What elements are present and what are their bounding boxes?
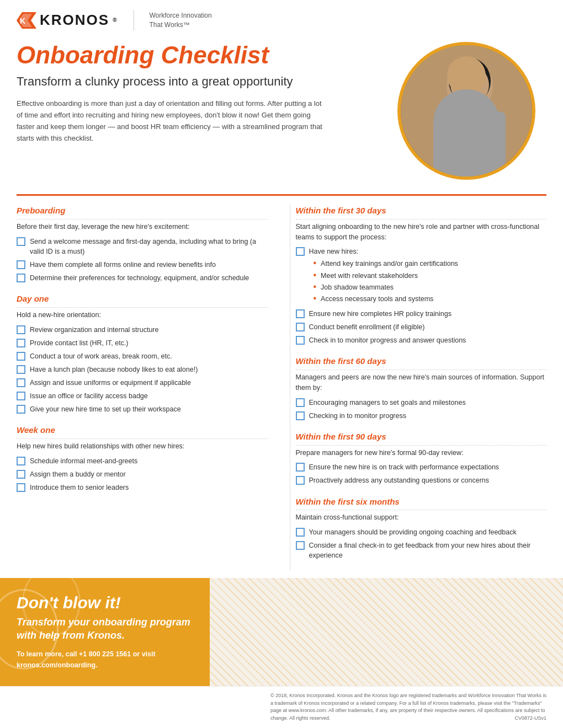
person-svg: [401, 45, 532, 176]
list-item: Provide contact list (HR, IT, etc.): [17, 338, 268, 348]
logo-area: K KRONOS® Workforce Innovation That Work…: [17, 10, 212, 31]
list-item: Encouraging managers to set goals and mi…: [296, 398, 547, 408]
checkbox[interactable]: [17, 457, 25, 465]
section-first-six-months: Within the first six months Maintain cro…: [296, 496, 547, 561]
sub-bullet-list: •Attend key trainings and/or gain certif…: [309, 259, 458, 304]
first-30-list: Have new hires: •Attend key trainings an…: [296, 247, 547, 345]
cta-section: Don't blow it! Transform your onboarding…: [0, 578, 563, 686]
list-item: Determine their preferences for technolo…: [17, 273, 268, 283]
checkbox[interactable]: [17, 365, 25, 374]
footer-code: CV0872-USv1: [514, 715, 546, 722]
svg-rect-8: [448, 117, 492, 147]
brand-name: KRONOS: [40, 10, 109, 31]
bullet-dot: •: [314, 282, 317, 291]
list-item: Ensure the new hire is on track with per…: [296, 462, 547, 472]
checkbox[interactable]: [296, 398, 305, 407]
hero-image: [397, 42, 546, 185]
svg-text:K: K: [20, 17, 26, 25]
list-item: Give your new hire time to set up their …: [17, 404, 268, 414]
page-intro: Effective onboarding is more than just a…: [17, 98, 326, 144]
checkbox[interactable]: [17, 274, 25, 282]
cta-pattern: [210, 578, 563, 686]
cta-left: Don't blow it! Transform your onboarding…: [0, 578, 210, 686]
checkbox[interactable]: [296, 323, 305, 331]
hero-section: Onboarding Checklist Transform a clunky …: [0, 36, 563, 185]
checkbox[interactable]: [17, 405, 25, 414]
checkbox[interactable]: [296, 411, 305, 420]
day-one-list: Review organization and internal structu…: [17, 325, 268, 415]
day-one-title: Day one: [17, 293, 268, 308]
checkbox[interactable]: [296, 541, 305, 550]
svg-point-6: [450, 65, 489, 105]
section-first-90: Within the first 90 days Prepare manager…: [296, 431, 547, 486]
brand-registered: ®: [113, 17, 118, 25]
hero-person-image: [401, 45, 532, 176]
checkbox[interactable]: [17, 392, 25, 400]
sub-list-item: •Meet with relevant stakeholders: [314, 271, 458, 281]
section-first-30: Within the first 30 days Start aligning …: [296, 205, 547, 345]
list-item: Conduct a tour of work areas, break room…: [17, 351, 268, 361]
checkbox[interactable]: [296, 247, 305, 256]
preboarding-title: Preboarding: [17, 205, 268, 220]
bullet-dot: •: [314, 271, 317, 280]
checkbox[interactable]: [296, 528, 305, 537]
hero-circle: [397, 42, 535, 180]
logo: K KRONOS®: [17, 10, 118, 31]
week-one-list: Schedule informal meet-and-greets Assign…: [17, 456, 268, 493]
checkbox[interactable]: [17, 378, 25, 387]
checklist-columns: Preboarding Before their first day, leve…: [0, 196, 563, 570]
checkbox[interactable]: [17, 470, 25, 479]
cta-contact: To learn more, call +1 800 225 1561 or v…: [17, 649, 193, 671]
checkbox[interactable]: [296, 309, 305, 318]
svg-point-5: [449, 58, 491, 104]
bullet-dot: •: [314, 259, 317, 267]
checkbox[interactable]: [17, 325, 25, 334]
cta-right: [210, 578, 563, 686]
preboarding-intro: Before their first day, leverage the new…: [17, 222, 268, 232]
list-item: Have new hires: •Attend key trainings an…: [296, 247, 547, 306]
list-item: Review organization and internal structu…: [17, 325, 268, 335]
checkbox[interactable]: [17, 237, 25, 246]
section-preboarding: Preboarding Before their first day, leve…: [17, 205, 268, 283]
list-item: Assign them a buddy or mentor: [17, 469, 268, 479]
first-60-title: Within the first 60 days: [296, 355, 547, 370]
first-90-list: Ensure the new hire is on track with per…: [296, 462, 547, 485]
svg-rect-7: [434, 111, 506, 176]
first-60-list: Encouraging managers to set goals and mi…: [296, 398, 547, 421]
checkbox[interactable]: [17, 483, 25, 492]
first-90-title: Within the first 90 days: [296, 431, 547, 446]
list-item: Conduct benefit enrollment (if eligible): [296, 322, 547, 332]
list-item: Consider a final check-in to get feedbac…: [296, 540, 547, 560]
list-item: Checking in to monitor progress: [296, 411, 547, 421]
first-90-intro: Prepare managers for new hire's formal 9…: [296, 448, 547, 458]
svg-rect-3: [401, 45, 532, 176]
list-item: Proactively address any outstanding ques…: [296, 475, 547, 485]
cta-headline: Don't blow it!: [17, 593, 193, 612]
list-item: Have a lunch plan (because nobody likes …: [17, 365, 268, 374]
page-title: Onboarding Checklist: [17, 42, 386, 68]
list-item: Your managers should be providing ongoin…: [296, 527, 547, 537]
footer-text: © 2018, Kronos Incorporated. Kronos and …: [270, 693, 546, 721]
section-week-one: Week one Help new hires build relationsh…: [17, 424, 268, 493]
sub-list-item: •Job shadow teammates: [314, 282, 458, 292]
diagonal-lines: [210, 578, 563, 686]
kronos-logo-icon: K: [17, 12, 36, 29]
first-30-intro: Start aligning onboarding to the new hir…: [296, 222, 547, 243]
list-item: Ensure new hire completes HR policy trai…: [296, 309, 547, 319]
list-item: Schedule informal meet-and-greets: [17, 456, 268, 466]
section-first-60: Within the first 60 days Managers and pe…: [296, 355, 547, 421]
checkbox[interactable]: [17, 339, 25, 347]
cta-subhead: Transform your onboarding program with h…: [17, 616, 193, 642]
logo-divider: [134, 10, 134, 31]
list-item: Issue an office or facility access badge: [17, 391, 268, 401]
checkbox[interactable]: [17, 352, 25, 361]
checkbox[interactable]: [296, 336, 305, 345]
checkbox[interactable]: [296, 476, 305, 485]
checkbox[interactable]: [17, 260, 25, 269]
right-column: Within the first 30 days Start aligning …: [290, 205, 547, 570]
preboarding-list: Send a welcome message and first-day age…: [17, 237, 268, 283]
list-item: Check in to monitor progress and answer …: [296, 335, 547, 345]
section-day-one: Day one Hold a new-hire orientation: Rev…: [17, 293, 268, 414]
tagline: Workforce Innovation That Works™: [150, 11, 212, 30]
checkbox[interactable]: [296, 463, 305, 472]
